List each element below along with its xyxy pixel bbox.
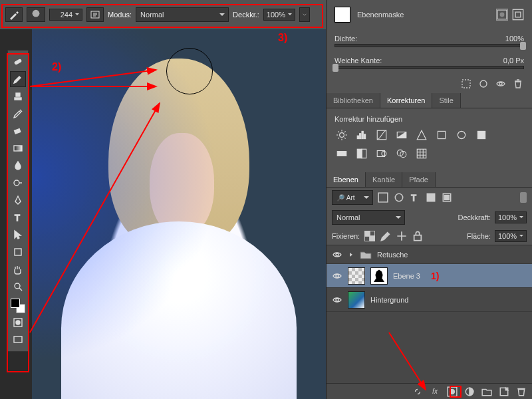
adj-other2-icon[interactable] <box>454 128 469 142</box>
link-layers-icon[interactable] <box>412 386 423 397</box>
filter-smart-icon[interactable] <box>441 192 453 203</box>
expand-icon[interactable] <box>348 251 354 258</box>
tool-preset-button[interactable] <box>5 7 23 22</box>
vector-mask-button[interactable] <box>512 9 524 21</box>
color-swatch[interactable] <box>11 299 25 313</box>
history-brush-tool[interactable] <box>10 106 26 122</box>
filter-type-icon[interactable]: T <box>409 192 421 203</box>
adj-other3-icon[interactable] <box>474 128 489 142</box>
svg-point-0 <box>33 10 40 17</box>
svg-rect-56 <box>414 235 422 241</box>
filter-shape-icon[interactable] <box>425 192 437 203</box>
adj-lut-icon[interactable] <box>414 147 429 160</box>
svg-line-28 <box>338 138 339 139</box>
load-selection-icon[interactable] <box>460 78 472 89</box>
brush-preview[interactable] <box>27 7 45 22</box>
lock-transparent-icon[interactable] <box>364 231 376 241</box>
svg-point-37 <box>458 131 465 138</box>
stamp-tool[interactable] <box>10 88 26 104</box>
adj-mixer-icon[interactable] <box>394 147 409 160</box>
feather-value[interactable]: 0,0 Px <box>503 57 524 65</box>
svg-text:T: T <box>411 194 416 203</box>
screenmode-toggle[interactable] <box>10 332 26 348</box>
delete-layer-icon[interactable] <box>516 386 527 397</box>
tab-bibliotheken[interactable]: Bibliotheken <box>327 93 380 108</box>
delete-mask-icon[interactable] <box>512 78 524 89</box>
toggle-mask-icon[interactable] <box>495 78 507 89</box>
type-tool[interactable]: T <box>10 209 26 225</box>
mode-label: Modus: <box>108 11 132 19</box>
filter-pixel-icon[interactable] <box>377 192 389 203</box>
brush-tool[interactable] <box>10 71 26 87</box>
blur-tool[interactable] <box>10 158 26 174</box>
fill-field[interactable]: 100% <box>495 230 527 242</box>
adj-other1-icon[interactable] <box>434 128 449 142</box>
tab-stile[interactable]: Stile <box>432 93 460 108</box>
svg-rect-11 <box>14 336 22 342</box>
brush-panel-toggle[interactable] <box>86 7 104 22</box>
zoom-tool[interactable] <box>10 279 26 295</box>
lock-all-icon[interactable] <box>412 231 424 241</box>
new-layer-icon[interactable] <box>499 386 509 397</box>
adj-brightness-icon[interactable] <box>334 128 349 142</box>
annotation-label-2: 2) <box>52 61 61 73</box>
layer-row[interactable]: Hintergrund <box>327 288 532 312</box>
layer-thumb[interactable] <box>348 267 365 285</box>
quickmask-toggle[interactable] <box>10 315 26 331</box>
svg-text:T: T <box>15 213 20 223</box>
new-adjustment-icon[interactable] <box>464 386 475 397</box>
tab-kanaele[interactable]: Kanäle <box>366 172 402 187</box>
tab-ebenen[interactable]: Ebenen <box>327 172 366 187</box>
feather-slider[interactable] <box>334 66 524 69</box>
layer-row-selected[interactable]: Ebene 3 1) <box>327 264 532 288</box>
gradient-tool[interactable] <box>10 140 26 156</box>
layer-filter-kind[interactable]: 🔎 Art <box>332 190 373 205</box>
hand-tool[interactable] <box>10 261 26 277</box>
brush-size-field[interactable]: 244 <box>49 9 82 21</box>
shape-tool[interactable] <box>10 244 26 260</box>
blend-mode-dropdown[interactable]: Normal <box>136 7 229 22</box>
fx-icon[interactable]: fx <box>430 386 440 397</box>
adj-curves-icon[interactable] <box>374 128 389 142</box>
adj-levels-icon[interactable] <box>354 128 369 142</box>
adj-bw-icon[interactable] <box>354 147 369 160</box>
filter-adjust-icon[interactable] <box>393 192 405 203</box>
layer-name[interactable]: Retusche <box>377 251 408 259</box>
opacity-field[interactable]: 100% <box>263 9 295 21</box>
eraser-tool[interactable] <box>10 123 26 139</box>
apply-mask-icon[interactable] <box>477 78 489 89</box>
adj-exposure-icon[interactable] <box>394 128 409 142</box>
pixel-mask-button[interactable] <box>496 9 508 21</box>
svg-point-48 <box>395 194 402 201</box>
heal-tool[interactable] <box>10 54 26 70</box>
opacity-dropdown[interactable] <box>299 7 310 22</box>
filter-toggle[interactable] <box>520 192 527 203</box>
add-mask-icon[interactable] <box>447 386 458 397</box>
lock-image-icon[interactable] <box>380 231 392 241</box>
tab-pfade[interactable]: Pfade <box>402 172 436 187</box>
layer-mask-thumb[interactable] <box>370 267 388 285</box>
visibility-toggle[interactable] <box>332 249 342 260</box>
svg-rect-18 <box>462 80 470 88</box>
visibility-toggle[interactable] <box>332 271 342 281</box>
svg-rect-17 <box>513 9 523 19</box>
tab-korrekturen[interactable]: Korrekturen <box>380 93 432 108</box>
lock-position-icon[interactable] <box>396 231 408 241</box>
density-slider[interactable] <box>334 44 524 47</box>
layer-opacity-field[interactable]: 100% <box>495 211 527 223</box>
adj-photo-filter-icon[interactable] <box>374 147 389 160</box>
layer-name[interactable]: Ebene 3 <box>393 272 420 280</box>
adj-vibrance-icon[interactable] <box>414 128 429 142</box>
layer-thumb[interactable] <box>348 291 365 309</box>
new-group-icon[interactable] <box>481 386 492 397</box>
mask-thumb[interactable] <box>334 7 350 23</box>
adj-hue-icon[interactable] <box>334 147 349 160</box>
layer-blend-dropdown[interactable]: Normal <box>332 210 405 225</box>
pen-tool[interactable] <box>10 192 26 208</box>
dodge-tool[interactable] <box>10 175 26 191</box>
visibility-toggle[interactable] <box>332 295 342 305</box>
layer-name[interactable]: Hintergrund <box>370 296 408 304</box>
layer-group-row[interactable]: Retusche <box>327 245 532 264</box>
path-select-tool[interactable] <box>10 227 26 243</box>
svg-point-19 <box>480 80 487 87</box>
